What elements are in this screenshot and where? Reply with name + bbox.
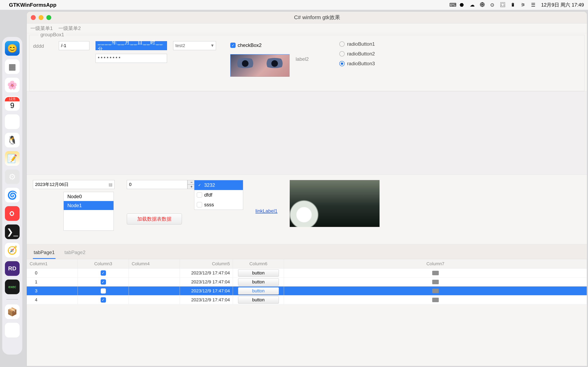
cell-image [284,277,587,286]
checklist-item-2[interactable]: ✓ssss [194,200,243,210]
cell-button[interactable]: button [233,295,284,304]
cell-checkbox[interactable]: ✓ [78,295,129,304]
cell-checkbox[interactable]: ✓ [78,268,129,277]
datepicker[interactable] [33,180,114,189]
radiobutton2-label: radioButton2 [347,51,375,57]
label-dddd: dddd [33,41,53,49]
trash-icon[interactable]: 🗑︎ [5,323,20,337]
numeric-updown[interactable] [127,180,187,189]
col-header-3[interactable]: Column3 [78,259,129,268]
cell-col4 [129,295,180,304]
table-row[interactable]: 1✓2023/12/9 17:47:04button [27,277,587,286]
table-row[interactable]: 0✓2023/12/9 17:47:04button [27,268,587,277]
radiobutton3-label: radioButton3 [347,61,375,67]
rider-icon[interactable]: RD [5,261,20,276]
clock[interactable]: 12月9日 周六 17:49 [541,2,584,8]
combobox-text[interactable] [173,41,216,50]
datetime-masked-input[interactable]: ____年__月__日__时__分 [95,41,167,50]
checklist-check-2[interactable]: ✓ [197,202,202,207]
radiobutton1-label: radioButton1 [347,41,375,47]
checklist-item-1[interactable]: ✓dfdf [194,190,243,200]
shield-icon[interactable]: ⬣ [459,2,465,8]
photos-icon[interactable]: 🌸 [5,78,20,92]
cell-checkbox[interactable]: ✓ [78,286,129,295]
window-title: C# winform gtk效果 [51,14,583,21]
cell-col4 [129,277,180,286]
cell-col4 [129,268,180,277]
globe-icon[interactable]: 🌐︎ [480,2,486,8]
app-window: C# winform gtk效果 一级菜单1 一级菜单2 groupBox1 d… [26,11,587,366]
notes-icon[interactable]: 📝 [5,151,20,166]
password-input[interactable] [95,54,167,63]
edge-icon[interactable]: 🌀 [5,188,20,202]
cell-button[interactable]: button [233,277,284,286]
cell-checkbox[interactable]: ✓ [78,277,129,286]
col-header-7[interactable]: Column7 [284,259,587,268]
controls-panel: ▤ Node0 Node1 − + 加载数据表数据 ✓3232 ✓dfdf ✓s… [27,175,587,244]
cloud-icon[interactable]: ☁︎ [470,2,476,8]
radiobutton1[interactable] [339,42,345,47]
col-header-4[interactable]: Column4 [129,259,180,268]
checklist-check-0[interactable]: ✓ [197,183,202,188]
close-icon[interactable] [31,15,36,20]
table-row[interactable]: 3✓2023/12/9 17:47:04button [27,286,587,295]
radiobutton3[interactable] [339,61,345,66]
cell-button[interactable]: button [233,268,284,277]
wifi-icon[interactable]: ⚞ [521,2,527,8]
cell-col5: 2023/12/9 17:47:04 [180,268,233,277]
cell-button[interactable]: button [233,286,284,295]
menu-item-2[interactable]: 一级菜单2 [58,25,81,32]
tab-page2[interactable]: tabPage2 [64,248,86,259]
cell-col5: 2023/12/9 17:47:04 [180,286,233,295]
dock: 😊 ▦ 🌸 12月9 ☰ 🐧 📝 ⚙︎ 🌀 ⭘ ❯_ 🧭 RD exec 📦 🗑… [2,37,22,355]
table-row[interactable]: 4✓2023/12/9 17:47:04button [27,295,587,304]
checkbox2-label: checkBox2 [238,42,261,48]
empty-panel [27,91,587,175]
label2: label2 [296,54,309,62]
safari-icon[interactable]: 🧭 [5,243,20,258]
linklabel1[interactable]: linkLabel1 [255,208,277,214]
terminal-icon[interactable]: ❯_ [5,225,20,239]
launchpad-icon[interactable]: ▦ [5,59,20,74]
play-icon[interactable]: ⊙ [490,2,496,8]
tree-node-0[interactable]: Node0 [64,192,113,201]
maximize-icon[interactable] [46,15,51,20]
control-center-icon[interactable]: ☰ [531,2,537,8]
combobox-test2[interactable]: ▼ [173,41,216,50]
tab-page1[interactable]: tabPage1 [33,248,56,259]
minimize-icon[interactable] [39,15,43,20]
exec-icon[interactable]: exec [5,280,20,294]
reminders-icon[interactable]: ☰ [5,114,20,129]
chevron-down-icon[interactable]: ▼ [210,43,214,48]
col-header-1[interactable]: Column1 [27,259,78,268]
titlebar[interactable]: C# winform gtk效果 [27,12,587,24]
col-header-6[interactable]: Column6 [233,259,284,268]
menu-item-1[interactable]: 一级菜单1 [30,25,53,32]
textbox1[interactable] [59,41,89,50]
tree-node-1[interactable]: Node1 [64,201,113,210]
datagridview[interactable]: Column1 Column3 Column4 Column5 Column6 … [27,259,587,304]
todesk-icon[interactable]: ⭘ [5,206,20,221]
calendar-icon[interactable]: 12月9 [5,96,20,111]
cell-image [284,295,587,304]
cell-col1: 3 [27,286,78,295]
app-name[interactable]: GTKWinFormsApp [9,2,56,8]
settings-icon[interactable]: ⚙︎ [5,169,20,184]
col-header-5[interactable]: Column5 [180,259,233,268]
keyboard-icon[interactable]: ⌨︎ [449,2,455,8]
load-data-button[interactable]: 加载数据表数据 [127,213,182,225]
cell-col1: 4 [27,295,78,304]
ime-icon[interactable]: ⿴ [501,2,506,8]
checklist-item-0[interactable]: ✓3232 [194,180,243,190]
qq-icon[interactable]: 🐧 [5,133,20,147]
radiobutton2[interactable] [339,51,345,57]
checklist-check-1[interactable]: ✓ [197,192,202,198]
checkbox2[interactable]: ✓ [230,43,236,48]
finder-icon[interactable]: 😊 [5,41,20,56]
downloads-icon[interactable]: 📦 [5,304,20,319]
treeview[interactable]: Node0 Node1 [63,192,114,231]
checked-listbox[interactable]: ✓3232 ✓dfdf ✓ssss [194,180,243,210]
battery-icon[interactable]: 🔋︎ [511,2,516,8]
cell-col5: 2023/12/9 17:47:04 [180,277,233,286]
calendar-icon[interactable]: ▤ [109,182,112,187]
